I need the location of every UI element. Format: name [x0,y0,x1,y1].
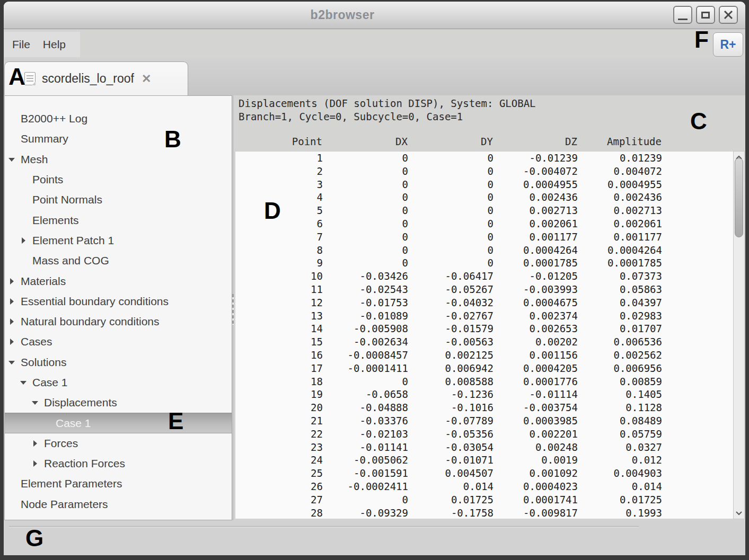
tree-item-cases[interactable]: Cases [5,332,232,352]
table-cell: 7 [235,230,323,244]
r-plus-button[interactable]: R+ [713,32,743,57]
table-cell: -0.005908 [323,322,408,335]
tab-scordelis-lo-roof[interactable]: scordelis_lo_roof ✕ [4,61,188,95]
table-row: 8000.00042640.0004264 [235,244,733,257]
table-cell: 0.002436 [578,191,662,204]
tree-expand-icon[interactable] [31,460,40,467]
tree-item-element-parameters[interactable]: Element Parameters [5,474,232,494]
tree-collapse-icon[interactable] [20,379,28,386]
tree-item-node-parameters[interactable]: Node Parameters [5,494,232,514]
table-cell: 0.002374 [494,309,578,323]
table-cell: -0.1016 [408,401,494,414]
table-cell: 0.1128 [578,401,662,414]
table-cell: 28 [235,506,323,519]
tree-item-points[interactable]: Points [5,170,232,190]
tree-collapse-icon[interactable] [8,156,16,163]
status-bar-groove [9,526,639,527]
table-row: 10-0.03426-0.06417-0.012050.07373 [235,270,733,283]
table-cell: -0.02103 [323,428,408,441]
annotation-letter-a: A [8,65,25,88]
tree-arrow-spacer [20,197,28,203]
table-cell: -0.02543 [323,283,408,296]
table-cell: 0 [323,375,408,388]
column-header-amplitude: Amplitude [577,136,662,147]
table-cell: 11 [235,283,323,296]
tree-expand-icon[interactable] [8,298,16,305]
maximize-button[interactable] [696,6,715,24]
table-cell: 0.002713 [578,204,662,217]
tab-close-icon[interactable]: ✕ [142,73,151,85]
table-row: 20-0.04888-0.1016-0.0037540.1128 [235,401,733,414]
table-row: 22-0.02103-0.053560.0022010.05759 [235,428,733,441]
tree-expand-icon[interactable] [8,318,16,325]
tree-expand-icon[interactable] [20,237,28,244]
table-cell: -0.01114 [494,388,578,401]
table-cell: -0.09329 [323,506,408,519]
titlebar[interactable]: b2browser [4,2,745,29]
scrollbar-thumb[interactable] [735,158,743,237]
tab-bar: scordelis_lo_roof ✕ [4,59,745,95]
table-cell: 10 [235,270,323,283]
table-cell: 0.006942 [408,362,494,375]
table-cell: 0 [323,191,408,204]
minimize-button[interactable] [673,6,692,24]
tree-item-materials[interactable]: Materials [5,271,232,291]
tree-item-point-normals[interactable]: Point Normals [5,190,232,210]
menu-file[interactable]: File [4,38,37,51]
tree-item-essential-boundary-conditions[interactable]: Essential boundary conditions [5,291,232,312]
tree-expand-icon[interactable] [31,440,40,447]
table-row: 15-0.002634-0.005630.002020.006536 [235,335,733,349]
menu-help[interactable]: Help [37,38,72,51]
tree-item-label: Mass and COG [32,254,109,267]
scroll-down-button[interactable] [734,508,744,518]
tree-arrow-spacer [20,176,28,183]
table-cell: 0 [408,204,494,217]
table-cell: 0.0019 [494,454,578,467]
document-icon [24,72,36,85]
table-cell: -0.01579 [408,322,494,335]
tree-item-solutions[interactable]: Solutions [5,352,232,372]
tree-item-label: Essential boundary conditions [21,295,169,308]
table-cell: 0.0004264 [578,244,662,257]
tree-expand-icon[interactable] [8,339,16,345]
table-cell: 17 [235,362,323,375]
table-cell: 0.00202 [494,335,578,349]
table-cell: -0.01089 [323,309,408,323]
tree-expand-icon[interactable] [8,278,16,285]
tree-item-reaction-forces[interactable]: Reaction Forces [5,454,232,474]
tree-item-natural-boundary-conditions[interactable]: Natural boundary conditions [5,312,232,332]
tree-item-elements[interactable]: Elements [5,210,232,230]
table-cell: -0.03376 [323,414,408,428]
table-cell: 19 [235,388,323,401]
table-cell: -0.03054 [408,441,494,454]
table-cell: 0.002061 [494,217,578,230]
table-cell: 0.0004955 [578,178,662,191]
table-cell: 0.0001785 [578,256,662,270]
tree-item-element-patch-1[interactable]: Element Patch 1 [5,230,232,251]
table-cell: 0.014 [408,480,494,493]
tree-item-case-1[interactable]: Case 1 [5,413,232,433]
tree-collapse-icon[interactable] [31,399,40,406]
table-cell: -0.002634 [323,335,408,349]
vertical-scrollbar[interactable] [733,151,745,519]
tree-item-label: Element Parameters [21,477,122,490]
tree-item-mesh[interactable]: Mesh [5,149,232,170]
table-cell: 0.002201 [494,428,578,441]
tree-item-case-1[interactable]: Case 1 [5,372,232,393]
table-cell: 0.002713 [494,204,578,217]
close-icon [724,10,733,20]
table-cell: 0.002125 [408,349,494,362]
minimize-icon [678,19,688,20]
tree-item-b2000-log[interactable]: B2000++ Log [5,109,232,129]
tree-item-summary[interactable]: Summary [5,129,232,149]
table-cell: -0.005062 [323,454,408,467]
tree-item-mass-and-cog[interactable]: Mass and COG [5,251,232,271]
tree-item-displacements[interactable]: Displacements [5,393,232,413]
table-row: 11-0.02543-0.05267-0.0039930.05863 [235,283,733,296]
tree-collapse-icon[interactable] [8,359,16,366]
table-row: 9000.00017850.0001785 [235,256,733,270]
tree-item-label: B2000++ Log [21,112,87,125]
tree-item-forces[interactable]: Forces [5,433,232,454]
close-button[interactable] [719,6,738,24]
table-cell: 0.1993 [578,506,662,519]
